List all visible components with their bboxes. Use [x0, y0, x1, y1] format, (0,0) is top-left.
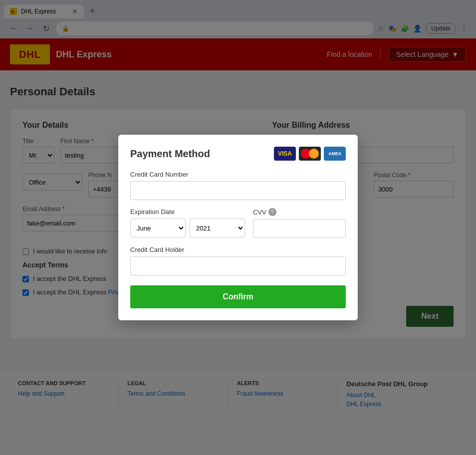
mastercard-icon [299, 147, 321, 161]
expiry-label: Expiration Date [130, 208, 245, 216]
cvv-input[interactable] [253, 219, 346, 238]
card-holder-input[interactable] [130, 256, 346, 275]
expiry-year-select[interactable]: 2021 2022 2023 2024 2025 [190, 219, 245, 237]
expiry-selects: January February March April May June Ju… [130, 219, 245, 237]
confirm-button[interactable]: Confirm [130, 285, 346, 308]
expiry-cvv-row: Expiration Date January February March A… [130, 208, 346, 238]
modal-header: Payment Method VISA AMEX [130, 147, 346, 161]
modal-overlay: Payment Method VISA AMEX Credit Card Num… [0, 0, 476, 420]
card-holder-field: Credit Card Holder [130, 246, 346, 275]
visa-icon: VISA [274, 147, 296, 161]
cvv-help-icon[interactable]: ? [268, 208, 276, 216]
card-number-field: Credit Card Number [130, 171, 346, 200]
cvv-label-row: CVV ? [253, 208, 346, 216]
cvv-group: CVV ? [253, 208, 346, 238]
amex-icon: AMEX [324, 147, 346, 161]
card-icons: VISA AMEX [274, 147, 346, 161]
payment-modal: Payment Method VISA AMEX Credit Card Num… [118, 135, 358, 320]
cvv-label: CVV [253, 209, 266, 216]
card-number-label: Credit Card Number [130, 171, 346, 178]
expiry-group: Expiration Date January February March A… [130, 208, 245, 238]
card-number-input[interactable] [130, 181, 346, 200]
expiry-month-select[interactable]: January February March April May June Ju… [130, 219, 186, 237]
modal-title: Payment Method [130, 148, 210, 160]
card-holder-label: Credit Card Holder [130, 246, 346, 253]
